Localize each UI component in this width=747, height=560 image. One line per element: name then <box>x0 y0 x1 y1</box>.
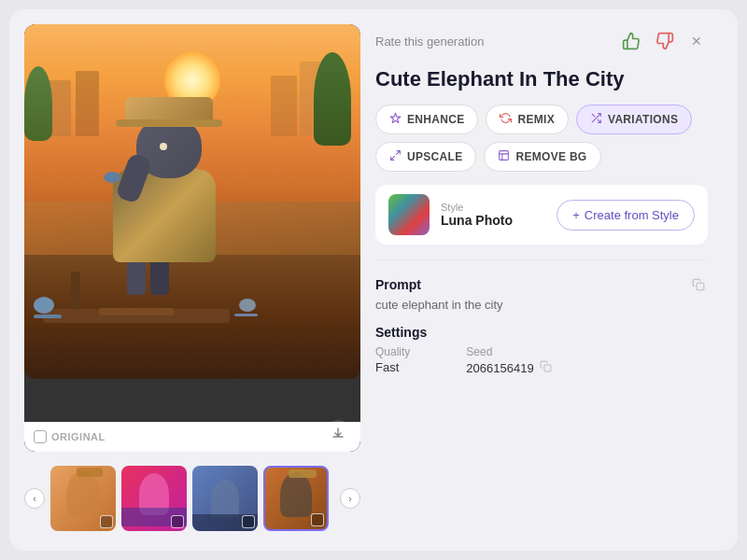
copy-prompt-button[interactable] <box>689 275 708 294</box>
remove-bg-icon <box>498 149 510 164</box>
prompt-text: cute elephant in the city <box>375 298 708 312</box>
enhance-button[interactable]: ENHANCE <box>375 105 478 134</box>
close-button[interactable]: ✕ <box>685 30 708 52</box>
rate-text: Rate this generation <box>375 35 611 49</box>
next-thumb-button[interactable]: › <box>340 488 360 509</box>
thumbnail-1[interactable] <box>50 466 116 531</box>
style-section: Style Luna Photo + Create from Style <box>375 185 708 245</box>
enhance-icon <box>389 112 402 127</box>
thumb-icon-3 <box>242 515 255 528</box>
thumbnail-2[interactable] <box>121 466 187 531</box>
upscale-button[interactable]: UPSCALE <box>375 142 476 172</box>
download-button[interactable] <box>325 420 351 446</box>
seed-value: 2066156419 <box>466 361 533 375</box>
thumbnail-3[interactable] <box>192 466 258 531</box>
variations-button[interactable]: VARIATIONS <box>576 105 692 134</box>
original-label-group: ORIGINAL <box>34 430 106 443</box>
svg-rect-0 <box>500 151 509 161</box>
svg-rect-1 <box>697 284 704 291</box>
upscale-icon <box>389 149 402 164</box>
create-style-plus-icon: + <box>572 208 580 222</box>
action-buttons: ENHANCE REMIX VARIATIONS UPSCALE <box>375 105 708 172</box>
settings-grid: Quality Fast Seed 2066156419 <box>375 345 708 375</box>
remove-bg-button[interactable]: REMOVE BG <box>484 142 600 172</box>
variations-icon <box>590 112 602 127</box>
seed-label: Seed <box>466 345 551 358</box>
divider-1 <box>375 259 708 260</box>
style-info: Style Luna Photo <box>441 202 545 228</box>
rate-bar: Rate this generation ✕ <box>375 24 708 54</box>
quality-setting: Quality Fast <box>375 345 410 375</box>
prev-thumb-button[interactable]: ‹ <box>24 488 45 509</box>
left-panel: ORIGINAL ‹ <box>24 24 360 536</box>
thumbnail-4[interactable] <box>263 466 329 531</box>
quality-label: Quality <box>375 345 410 358</box>
remix-icon <box>500 112 512 127</box>
prompt-header: Prompt <box>375 275 708 294</box>
copy-seed-button[interactable] <box>540 360 552 375</box>
svg-rect-2 <box>544 365 551 371</box>
seed-setting: Seed 2066156419 <box>466 345 551 375</box>
style-thumbnail <box>388 194 430 235</box>
quality-value: Fast <box>375 360 410 374</box>
thumb-icon-1 <box>100 515 113 528</box>
style-label: Style <box>441 202 545 213</box>
image-title: Cute Elephant In The City <box>375 67 708 91</box>
seed-row: 2066156419 <box>466 360 551 375</box>
main-image <box>24 24 360 379</box>
thumb-icon-2 <box>171 515 184 528</box>
right-panel: Rate this generation ✕ Cute Elephant In … <box>360 24 723 536</box>
create-style-label: Create from Style <box>585 208 679 222</box>
thumbs-up-button[interactable] <box>618 28 644 54</box>
prompt-title: Prompt <box>375 277 421 292</box>
settings-title: Settings <box>375 325 708 340</box>
thumbnails-row: ‹ <box>24 461 360 536</box>
main-image-wrapper: ORIGINAL <box>24 24 360 452</box>
settings-section: Settings Quality Fast Seed 2066156419 <box>375 325 708 375</box>
style-name: Luna Photo <box>441 213 545 228</box>
create-from-style-button[interactable]: + Create from Style <box>557 200 695 231</box>
image-bottom-bar: ORIGINAL <box>24 422 360 452</box>
remix-button[interactable]: REMIX <box>486 105 569 134</box>
elephant-body <box>90 118 258 304</box>
thumb-icon-4 <box>311 513 324 526</box>
thumbnails-list <box>50 466 334 531</box>
prompt-section: Prompt cute elephant in the city <box>375 275 708 312</box>
image-icon <box>34 430 47 443</box>
thumbs-down-button[interactable] <box>652 28 678 54</box>
original-label: ORIGINAL <box>51 431 106 442</box>
